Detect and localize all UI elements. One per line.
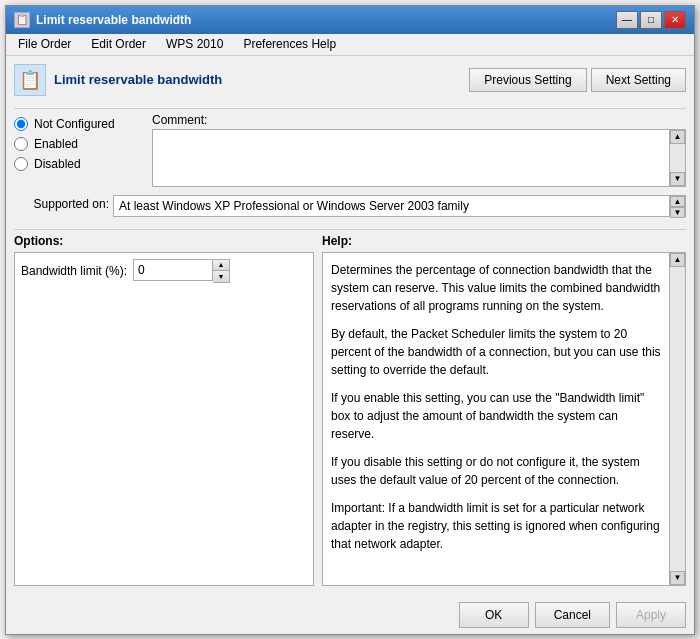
help-label: Help:	[322, 234, 686, 248]
footer: OK Cancel Apply	[6, 594, 694, 634]
setting-icon: 📋	[14, 64, 46, 96]
content-area: 📋 Limit reservable bandwidth Previous Se…	[6, 56, 694, 594]
bandwidth-row: Bandwidth limit (%): ▲ ▼	[21, 259, 307, 283]
comment-label: Comment:	[152, 113, 686, 127]
comment-textarea[interactable]	[153, 130, 669, 186]
help-scrollbar: ▲ ▼	[669, 253, 685, 585]
help-scroll-down[interactable]: ▼	[670, 571, 685, 585]
minimize-button[interactable]: —	[616, 11, 638, 29]
bandwidth-input[interactable]	[133, 259, 213, 281]
help-para-1: Determines the percentage of connection …	[331, 261, 663, 315]
title-bar-left: 📋 Limit reservable bandwidth	[14, 12, 191, 28]
radio-section: Not Configured Enabled Disabled	[14, 113, 144, 187]
close-button[interactable]: ✕	[664, 11, 686, 29]
divider-2	[14, 229, 686, 230]
help-para-3: If you enable this setting, you can use …	[331, 389, 663, 443]
setting-title: Limit reservable bandwidth	[54, 72, 222, 87]
bottom-section: Options: Bandwidth limit (%): ▲ ▼	[14, 234, 686, 586]
supported-label: Supported on:	[14, 195, 109, 211]
menu-bar: File Order Edit Order WPS 2010 Preferenc…	[6, 34, 694, 56]
help-para-2: By default, the Packet Scheduler limits …	[331, 325, 663, 379]
radio-disabled-label: Disabled	[34, 157, 81, 171]
previous-setting-button[interactable]: Previous Setting	[469, 68, 586, 92]
radio-enabled-label: Enabled	[34, 137, 78, 151]
supported-row: Supported on: At least Windows XP Profes…	[14, 195, 686, 217]
help-scroll-up[interactable]: ▲	[670, 253, 685, 267]
help-box: Determines the percentage of connection …	[322, 252, 686, 586]
supported-scroll-up[interactable]: ▲	[670, 196, 685, 207]
options-label: Options:	[14, 234, 314, 248]
window-icon: 📋	[14, 12, 30, 28]
ok-button[interactable]: OK	[459, 602, 529, 628]
header-section: 📋 Limit reservable bandwidth Previous Se…	[14, 64, 686, 96]
comment-scrollbar: ▲ ▼	[669, 130, 685, 186]
help-text-content: Determines the percentage of connection …	[331, 261, 677, 553]
help-panel: Help: Determines the percentage of conne…	[322, 234, 686, 586]
menu-preferences[interactable]: Preferences Help	[235, 35, 344, 53]
radio-disabled-input[interactable]	[14, 157, 28, 171]
spinner-up[interactable]: ▲	[213, 260, 229, 271]
comment-scroll-down[interactable]: ▼	[670, 172, 685, 186]
menu-wps[interactable]: WPS 2010	[158, 35, 231, 53]
bandwidth-label: Bandwidth limit (%):	[21, 264, 127, 278]
window-title: Limit reservable bandwidth	[36, 13, 191, 27]
divider-1	[14, 108, 686, 109]
header-buttons: Previous Setting Next Setting	[469, 68, 686, 92]
options-panel: Options: Bandwidth limit (%): ▲ ▼	[14, 234, 314, 586]
supported-value: At least Windows XP Professional or Wind…	[119, 199, 469, 213]
title-bar: 📋 Limit reservable bandwidth — □ ✕	[6, 6, 694, 34]
radio-enabled-input[interactable]	[14, 137, 28, 151]
cancel-button[interactable]: Cancel	[535, 602, 610, 628]
comment-inner: ▲ ▼	[152, 129, 686, 187]
supported-scrollbar: ▲ ▼	[669, 196, 685, 216]
radio-disabled[interactable]: Disabled	[14, 157, 144, 171]
spinner-down[interactable]: ▼	[213, 271, 229, 282]
title-controls: — □ ✕	[616, 11, 686, 29]
comment-scroll-up[interactable]: ▲	[670, 130, 685, 144]
middle-section: Not Configured Enabled Disabled Comment:	[14, 113, 686, 187]
help-para-5: Important: If a bandwidth limit is set f…	[331, 499, 663, 553]
menu-file-order[interactable]: File Order	[10, 35, 79, 53]
main-window: 📋 Limit reservable bandwidth — □ ✕ File …	[5, 5, 695, 635]
options-box: Bandwidth limit (%): ▲ ▼	[14, 252, 314, 586]
maximize-button[interactable]: □	[640, 11, 662, 29]
radio-not-configured-input[interactable]	[14, 117, 28, 131]
next-setting-button[interactable]: Next Setting	[591, 68, 686, 92]
radio-enabled[interactable]: Enabled	[14, 137, 144, 151]
help-para-4: If you disable this setting or do not co…	[331, 453, 663, 489]
spinner-buttons: ▲ ▼	[213, 259, 230, 283]
comment-area: Comment: ▲ ▼	[152, 113, 686, 187]
supported-scroll-down[interactable]: ▼	[670, 207, 685, 218]
apply-button[interactable]: Apply	[616, 602, 686, 628]
comment-wrapper: ▲ ▼	[152, 129, 686, 187]
supported-box: At least Windows XP Professional or Wind…	[113, 195, 686, 217]
header-left: 📋 Limit reservable bandwidth	[14, 64, 222, 96]
radio-not-configured[interactable]: Not Configured	[14, 117, 144, 131]
bandwidth-spinner: ▲ ▼	[133, 259, 230, 283]
radio-not-configured-label: Not Configured	[34, 117, 115, 131]
menu-edit-order[interactable]: Edit Order	[83, 35, 154, 53]
